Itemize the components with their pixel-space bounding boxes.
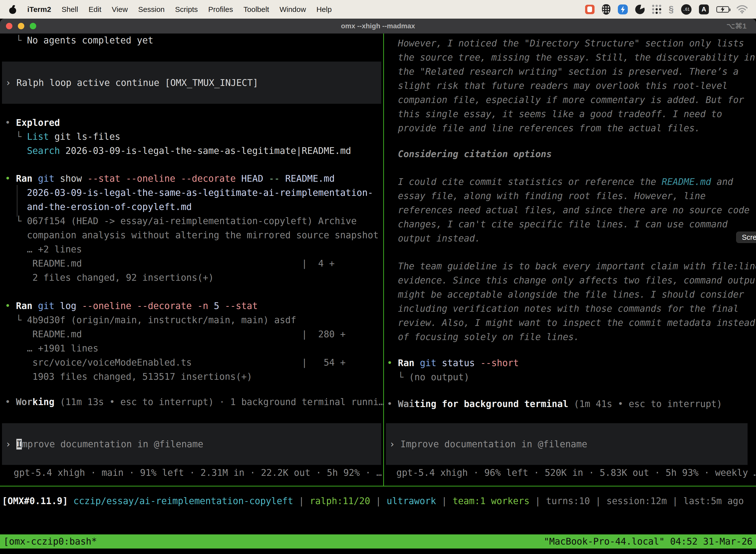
terminal-line: … +1901 lines: [5, 343, 99, 354]
text-cursor: I: [16, 439, 22, 449]
terminal-line: However, I noticed the "Directory Struct…: [387, 38, 744, 49]
terminal-line: … +2 lines: [5, 244, 82, 255]
terminal-line: └ (no output): [387, 372, 469, 383]
omx-status-line: [OMX#0.11.9] cczip/essay/ai-reimplementa…: [2, 496, 744, 506]
dots-grid-icon[interactable]: [652, 5, 661, 14]
terminal-line: essay file, along with finding root file…: [387, 190, 706, 202]
terminal-line: and-the-erosion-of-copyleft.md: [5, 201, 192, 213]
terminal-line: output instead.: [387, 233, 481, 244]
terminal-line: README.md | 280 +: [5, 329, 346, 340]
battery-icon[interactable]: [716, 6, 729, 13]
pane-divider[interactable]: [383, 34, 384, 487]
terminal-line: I could cite commit statistics or refere…: [387, 176, 733, 188]
macos-menu-bar: iTerm2 Shell Edit View Session Scripts P…: [0, 0, 756, 19]
a-app-icon[interactable]: A: [699, 4, 709, 14]
menu-item-help[interactable]: Help: [316, 5, 332, 14]
terminal-line: └ No agents completed yet: [5, 35, 153, 46]
menu-item-edit[interactable]: Edit: [88, 5, 102, 14]
window-shortcut-badge: ⌥⌘1: [727, 19, 747, 34]
terminal-line: • Ran git status --short: [387, 357, 519, 369]
terminal-content: › Ralph loop active continue [OMX_TMUX_I…: [0, 34, 756, 554]
input-placeholder-text: mprove documentation in @filename: [22, 439, 203, 449]
left-model-status-line: gpt-5.4 xhigh · main · 91% left · 2.31M …: [14, 467, 382, 478]
terminal-line: evidence. Since this change only affects…: [387, 275, 756, 286]
terminal-line: including verification notes with those …: [387, 303, 739, 315]
terminal-line: • Explored: [5, 117, 60, 128]
menu-item-iterm2[interactable]: iTerm2: [27, 5, 51, 14]
left-input-box[interactable]: › Improve documentation in @filename: [2, 423, 381, 465]
menu-item-toolbelt[interactable]: Toolbelt: [244, 5, 269, 14]
right-pane[interactable]: › Improve documentation in @filename gpt…: [384, 34, 756, 487]
iterm2-window: omx --xhigh --madmax ⌥⌘1 › Ralph loop ac…: [0, 19, 756, 554]
menu-item-session[interactable]: Session: [138, 5, 165, 14]
menu-item-shell[interactable]: Shell: [62, 5, 78, 14]
menu-status-icons: § ..61 A: [585, 4, 748, 15]
terminal-line: slight risk that future readers may over…: [387, 80, 728, 92]
prompt-chevron: ›: [389, 439, 400, 449]
tmux-host-clock-label: "MacBook-Pro-44.local" 04:52 31-Mar-26: [544, 536, 753, 547]
terminal-line: changes, I can't cite specific file line…: [387, 219, 728, 230]
input-placeholder-text: Improve documentation in @filename: [400, 439, 587, 449]
terminal-line: Search 2026-03-09-is-legal-the-same-as-l…: [5, 145, 351, 157]
prompt-chevron: ›: [5, 439, 16, 449]
right-input-box[interactable]: › Improve documentation in @filename: [386, 423, 748, 465]
terminal-line: companion file, especially if more comme…: [387, 94, 744, 106]
terminal-line: └ List git ls-files: [5, 131, 120, 143]
window-title: omx --xhigh --madmax: [0, 19, 756, 34]
terminal-line: 2026-03-09-is-legal-the-same-as-legitima…: [5, 187, 373, 199]
terminal-line: Considering citation options: [387, 149, 552, 160]
terminal-line: review. Also, I might want to inspect th…: [387, 317, 755, 329]
window-titlebar[interactable]: omx --xhigh --madmax ⌥⌘1: [0, 19, 756, 34]
left-pane[interactable]: › Ralph loop active continue [OMX_TMUX_I…: [0, 34, 383, 487]
wifi-icon[interactable]: [737, 5, 748, 14]
prompt-chevron: ›: [5, 77, 16, 88]
terminal-line: companion analysis without altering the …: [5, 230, 378, 241]
terminal-line: 2 files changed, 92 insertions(+): [5, 272, 214, 283]
terminal-line: provide file and line references from th…: [387, 123, 700, 134]
ralph-message-box: › Ralph loop active continue [OMX_TMUX_I…: [2, 62, 381, 104]
terminal-line: the "Related research writing" section i…: [387, 66, 739, 77]
terminal-line: src/voice/voiceModeEnabled.ts | 54 +: [5, 357, 346, 368]
terminal-line: references need actual files, and since …: [387, 205, 750, 216]
terminal-line: 1903 files changed, 513517 insertions(+): [5, 371, 252, 383]
screen: iTerm2 Shell Edit View Session Scripts P…: [0, 0, 756, 554]
screen-sharing-overlay[interactable]: Scre: [736, 232, 756, 243]
crescent-app-icon[interactable]: [635, 5, 645, 14]
terminal-line: this single essay, it seems like a good …: [387, 108, 722, 120]
terminal-line: └ 067f154 (HEAD -> essay/ai-reimplementa…: [5, 215, 357, 227]
lightning-app-icon[interactable]: [618, 4, 628, 14]
squiggle-status-icon[interactable]: §: [669, 4, 674, 15]
apple-body: [9, 7, 16, 14]
terminal-line: • Waiting for background terminal (1m 41…: [387, 398, 722, 410]
terminal-line: The team guideline is to back every impo…: [387, 261, 756, 272]
shield-grid-icon[interactable]: [602, 4, 611, 15]
menu-item-profiles[interactable]: Profiles: [208, 5, 233, 14]
terminal-line: └ 4b9d30f (origin/main, instructkr/main,…: [5, 315, 296, 326]
ralph-message-text: Ralph loop active continue [OMX_TMUX_INJ…: [16, 77, 258, 88]
terminal-line: of focusing solely on file lines.: [387, 331, 579, 343]
battery-percent-badge[interactable]: ..61: [681, 4, 692, 15]
menu-item-scripts[interactable]: Scripts: [175, 5, 198, 14]
menu-item-window[interactable]: Window: [279, 5, 306, 14]
terminal-line: README.md | 4 +: [5, 258, 334, 269]
right-model-status-line: gpt-5.4 xhigh · 96% left · 520K in · 5.8…: [396, 467, 756, 478]
terminal-line: might be acceptable alongside the file l…: [387, 289, 744, 300]
terminal-line: • Working (11m 13s • esc to interrupt) ·…: [5, 396, 383, 408]
terminal-line: • Ran git show --stat --oneline --decora…: [5, 173, 334, 184]
apple-menu-icon[interactable]: [8, 4, 17, 14]
tmux-session-label: [omx-cczip0:bash*: [3, 536, 97, 547]
chat-bubble: [587, 6, 592, 12]
chat-app-icon[interactable]: [585, 5, 594, 14]
terminal-line: the source tree, missing the essay. Stil…: [387, 52, 755, 63]
terminal-line: • Ran git log --oneline --decorate -n 5 …: [5, 300, 258, 312]
menu-item-view[interactable]: View: [112, 5, 128, 14]
tmux-status-bar: [omx-cczip0:bash* "MacBook-Pro-44.local"…: [0, 535, 756, 549]
horizontal-pane-border: [0, 486, 756, 487]
